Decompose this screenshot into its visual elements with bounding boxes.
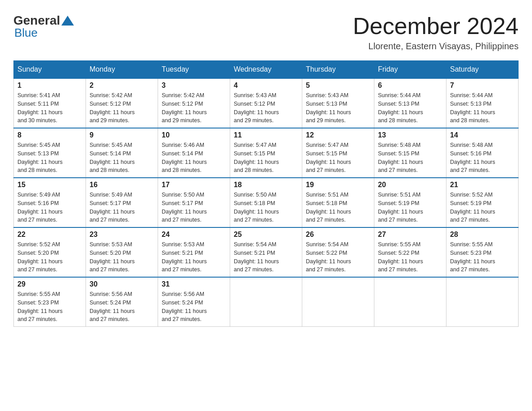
day-number: 22	[17, 231, 82, 239]
day-number: 28	[450, 231, 515, 239]
day-info: Sunrise: 5:55 AMSunset: 5:22 PMDaylight:…	[378, 241, 423, 273]
table-row: 12 Sunrise: 5:47 AMSunset: 5:15 PMDaylig…	[302, 128, 374, 178]
day-info: Sunrise: 5:46 AMSunset: 5:14 PMDaylight:…	[162, 142, 207, 173]
day-info: Sunrise: 5:47 AMSunset: 5:15 PMDaylight:…	[306, 142, 351, 173]
day-info: Sunrise: 5:55 AMSunset: 5:23 PMDaylight:…	[17, 291, 63, 322]
day-info: Sunrise: 5:41 AMSunset: 5:11 PMDaylight:…	[17, 92, 63, 124]
day-number: 31	[162, 280, 226, 288]
day-info: Sunrise: 5:52 AMSunset: 5:20 PMDaylight:…	[17, 241, 63, 273]
table-row: 28 Sunrise: 5:55 AMSunset: 5:23 PMDaylig…	[446, 227, 519, 277]
location: Llorente, Eastern Visayas, Philippines	[353, 41, 519, 51]
table-row: 4 Sunrise: 5:43 AMSunset: 5:12 PMDayligh…	[230, 78, 302, 128]
table-row: 31 Sunrise: 5:56 AMSunset: 5:24 PMDaylig…	[158, 277, 230, 327]
table-row: 20 Sunrise: 5:51 AMSunset: 5:19 PMDaylig…	[374, 178, 446, 227]
col-saturday: Saturday	[446, 61, 519, 79]
table-row: 5 Sunrise: 5:43 AMSunset: 5:13 PMDayligh…	[302, 78, 374, 128]
table-row	[230, 277, 302, 327]
day-number: 11	[234, 131, 298, 139]
table-row: 7 Sunrise: 5:44 AMSunset: 5:13 PMDayligh…	[446, 78, 519, 128]
day-info: Sunrise: 5:42 AMSunset: 5:12 PMDaylight:…	[90, 92, 135, 124]
day-info: Sunrise: 5:51 AMSunset: 5:19 PMDaylight:…	[378, 192, 423, 223]
day-number: 1	[17, 81, 82, 90]
month-title: December 2024	[353, 13, 519, 39]
day-number: 6	[378, 81, 442, 90]
day-info: Sunrise: 5:52 AMSunset: 5:19 PMDaylight:…	[450, 192, 495, 223]
day-number: 10	[162, 131, 226, 139]
col-monday: Monday	[86, 61, 158, 79]
col-tuesday: Tuesday	[158, 61, 230, 79]
table-row: 13 Sunrise: 5:48 AMSunset: 5:15 PMDaylig…	[374, 128, 446, 178]
table-row: 21 Sunrise: 5:52 AMSunset: 5:19 PMDaylig…	[446, 178, 519, 227]
table-row: 9 Sunrise: 5:45 AMSunset: 5:14 PMDayligh…	[86, 128, 158, 178]
table-row: 1 Sunrise: 5:41 AMSunset: 5:11 PMDayligh…	[14, 78, 86, 128]
table-row: 3 Sunrise: 5:42 AMSunset: 5:12 PMDayligh…	[158, 78, 230, 128]
day-info: Sunrise: 5:48 AMSunset: 5:16 PMDaylight:…	[450, 142, 495, 173]
day-info: Sunrise: 5:45 AMSunset: 5:14 PMDaylight:…	[90, 142, 135, 173]
page-header: General Blue December 2024 Llorente, Eas…	[13, 13, 519, 51]
title-section: December 2024 Llorente, Eastern Visayas,…	[353, 13, 519, 51]
day-number: 14	[450, 131, 515, 139]
day-info: Sunrise: 5:49 AMSunset: 5:16 PMDaylight:…	[17, 192, 63, 223]
day-info: Sunrise: 5:53 AMSunset: 5:20 PMDaylight:…	[90, 241, 135, 273]
col-friday: Friday	[374, 61, 446, 79]
day-number: 8	[17, 131, 82, 139]
day-number: 29	[17, 280, 82, 288]
table-row: 10 Sunrise: 5:46 AMSunset: 5:14 PMDaylig…	[158, 128, 230, 178]
table-row	[374, 277, 446, 327]
table-row: 17 Sunrise: 5:50 AMSunset: 5:17 PMDaylig…	[158, 178, 230, 227]
day-number: 15	[17, 181, 82, 189]
day-info: Sunrise: 5:51 AMSunset: 5:18 PMDaylight:…	[306, 192, 351, 223]
calendar-week-row: 1 Sunrise: 5:41 AMSunset: 5:11 PMDayligh…	[14, 78, 519, 128]
table-row: 24 Sunrise: 5:53 AMSunset: 5:21 PMDaylig…	[158, 227, 230, 277]
day-number: 5	[306, 81, 370, 90]
day-number: 30	[90, 280, 154, 288]
logo: General Blue	[13, 13, 75, 40]
day-number: 7	[450, 81, 515, 90]
day-info: Sunrise: 5:56 AMSunset: 5:24 PMDaylight:…	[162, 291, 207, 322]
day-info: Sunrise: 5:50 AMSunset: 5:17 PMDaylight:…	[162, 192, 207, 223]
day-info: Sunrise: 5:42 AMSunset: 5:12 PMDaylight:…	[162, 92, 207, 124]
calendar-week-row: 22 Sunrise: 5:52 AMSunset: 5:20 PMDaylig…	[14, 227, 519, 277]
table-row: 16 Sunrise: 5:49 AMSunset: 5:17 PMDaylig…	[86, 178, 158, 227]
calendar-header-row: Sunday Monday Tuesday Wednesday Thursday…	[14, 61, 519, 79]
day-info: Sunrise: 5:43 AMSunset: 5:13 PMDaylight:…	[306, 92, 351, 124]
day-number: 24	[162, 231, 226, 239]
calendar-week-row: 29 Sunrise: 5:55 AMSunset: 5:23 PMDaylig…	[14, 277, 519, 327]
table-row: 11 Sunrise: 5:47 AMSunset: 5:15 PMDaylig…	[230, 128, 302, 178]
day-number: 13	[378, 131, 442, 139]
calendar-week-row: 15 Sunrise: 5:49 AMSunset: 5:16 PMDaylig…	[14, 178, 519, 227]
day-number: 9	[90, 131, 154, 139]
day-info: Sunrise: 5:55 AMSunset: 5:23 PMDaylight:…	[450, 241, 495, 273]
day-number: 23	[90, 231, 154, 239]
col-thursday: Thursday	[302, 61, 374, 79]
table-row: 19 Sunrise: 5:51 AMSunset: 5:18 PMDaylig…	[302, 178, 374, 227]
table-row	[446, 277, 519, 327]
day-info: Sunrise: 5:47 AMSunset: 5:15 PMDaylight:…	[234, 142, 279, 173]
day-number: 2	[90, 81, 154, 90]
table-row: 6 Sunrise: 5:44 AMSunset: 5:13 PMDayligh…	[374, 78, 446, 128]
logo-blue: Blue	[14, 26, 38, 39]
day-info: Sunrise: 5:53 AMSunset: 5:21 PMDaylight:…	[162, 241, 207, 273]
table-row: 29 Sunrise: 5:55 AMSunset: 5:23 PMDaylig…	[14, 277, 86, 327]
table-row: 8 Sunrise: 5:45 AMSunset: 5:13 PMDayligh…	[14, 128, 86, 178]
col-wednesday: Wednesday	[230, 61, 302, 79]
day-info: Sunrise: 5:45 AMSunset: 5:13 PMDaylight:…	[17, 142, 63, 173]
day-info: Sunrise: 5:54 AMSunset: 5:22 PMDaylight:…	[306, 241, 351, 273]
day-number: 16	[90, 181, 154, 189]
col-sunday: Sunday	[14, 61, 86, 79]
table-row: 18 Sunrise: 5:50 AMSunset: 5:18 PMDaylig…	[230, 178, 302, 227]
table-row: 2 Sunrise: 5:42 AMSunset: 5:12 PMDayligh…	[86, 78, 158, 128]
day-number: 20	[378, 181, 442, 189]
day-number: 12	[306, 131, 370, 139]
day-info: Sunrise: 5:44 AMSunset: 5:13 PMDaylight:…	[378, 92, 423, 124]
day-info: Sunrise: 5:43 AMSunset: 5:12 PMDaylight:…	[234, 92, 279, 124]
day-info: Sunrise: 5:49 AMSunset: 5:17 PMDaylight:…	[90, 192, 135, 223]
table-row: 23 Sunrise: 5:53 AMSunset: 5:20 PMDaylig…	[86, 227, 158, 277]
table-row: 14 Sunrise: 5:48 AMSunset: 5:16 PMDaylig…	[446, 128, 519, 178]
day-number: 26	[306, 231, 370, 239]
table-row: 30 Sunrise: 5:56 AMSunset: 5:24 PMDaylig…	[86, 277, 158, 327]
table-row: 22 Sunrise: 5:52 AMSunset: 5:20 PMDaylig…	[14, 227, 86, 277]
calendar-table: Sunday Monday Tuesday Wednesday Thursday…	[13, 60, 519, 327]
day-info: Sunrise: 5:48 AMSunset: 5:15 PMDaylight:…	[378, 142, 423, 173]
day-number: 18	[234, 181, 298, 189]
